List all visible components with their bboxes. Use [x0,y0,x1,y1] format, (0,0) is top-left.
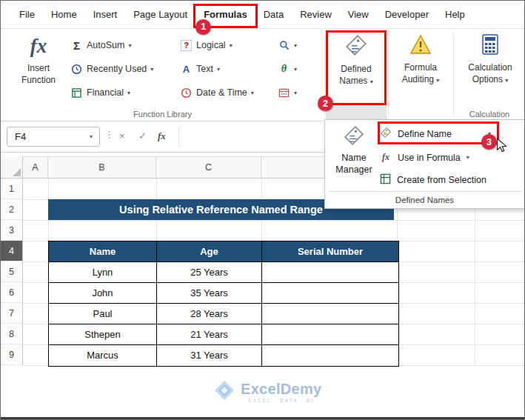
lookup-reference-button[interactable]: ▾ [278,36,297,54]
chevron-down-icon[interactable]: ▾ [83,133,99,140]
ribbon-formulas: fx Insert Function Σ AutoSum ▾ Recently … [1,29,524,121]
cell-name[interactable]: Paul [49,304,157,324]
menu-item-define-name[interactable]: Define Name ▾ [380,124,498,144]
calculation-options-button[interactable]: Calculation Options ▾ [457,33,524,87]
drag-dots-icon: ⋮ [104,129,114,140]
more-functions-button[interactable]: ▾ [278,84,297,101]
chevron-down-icon: ▾ [150,66,153,73]
group-separator [388,33,389,116]
enter-check-icon[interactable]: ✓ [138,130,147,141]
cancel-icon[interactable]: × [119,130,125,141]
defined-names-label-2: Names ▾ [339,75,372,88]
tab-data[interactable]: Data [255,1,292,28]
chevron-down-icon: ▾ [217,66,220,73]
defined-names-button[interactable]: Defined Names ▾ [327,33,385,88]
cell-age[interactable]: 21 Years [157,324,262,345]
define-name-label: Define Name [398,129,452,139]
autosum-button[interactable]: Σ AutoSum ▾ [70,36,131,54]
table-header-age[interactable]: Age [157,241,262,262]
insert-function-button[interactable]: fx Insert Function [10,33,67,86]
cell-name[interactable]: John [49,283,157,304]
name-box[interactable]: F4 ▾ [7,127,100,147]
name-box-value: F4 [7,131,83,142]
menu-item-use-in-formula[interactable]: fx Use in Formula ▾ [380,147,469,167]
cell-serial[interactable] [262,262,398,283]
tab-insert[interactable]: Insert [85,1,126,28]
autosum-label: AutoSum [87,40,124,50]
tab-review[interactable]: Review [292,1,340,28]
tab-home[interactable]: Home [43,1,85,28]
chevron-down-icon: ▾ [467,154,469,161]
mouse-cursor-icon [496,138,507,156]
cell-serial[interactable] [262,283,398,304]
chevron-down-icon: ▾ [370,79,373,85]
recently-used-label: Recently Used [87,64,147,74]
calculation-group-label: Calculation [453,110,525,119]
column-header-a[interactable]: A [23,157,48,179]
tab-developer[interactable]: Developer [377,1,437,28]
column-header-b[interactable]: B [48,157,156,179]
cell-name[interactable]: Lynn [49,262,157,283]
group-separator [453,33,454,116]
row-header-4-selected[interactable]: 4 [1,241,23,261]
cell-age[interactable]: 35 Years [157,283,262,304]
chevron-down-icon: ▾ [436,77,439,84]
row-header-2[interactable]: 2 [1,199,23,220]
more-functions-icon [278,87,290,99]
chevron-down-icon: ▾ [294,90,297,96]
tag-icon [344,33,368,59]
calculator-icon [481,33,500,58]
financial-label: Financial [87,87,124,98]
tab-file[interactable]: File [11,1,43,28]
math-trig-button[interactable]: θ ▾ [278,60,297,78]
table-header-serial[interactable]: Serial Number [262,241,398,262]
chevron-down-icon: ▾ [127,90,130,96]
menu-item-create-from-selection[interactable]: Create from Selection [380,170,486,190]
use-in-formula-label: Use in Formula [398,153,461,163]
excel-window: File Home Insert Page Layout Formulas 1 … [0,0,525,420]
chevron-down-icon: ▾ [294,42,297,49]
logical-button[interactable]: ? Logical ▾ [180,36,233,54]
watermark-tagline: EXCEL · DATA · BI [241,398,321,403]
row-header-9[interactable]: 9 [1,344,23,365]
warning-triangle-icon [409,33,432,58]
theta-icon: θ [278,63,290,75]
insert-function-icon: fx [30,33,47,59]
cell-name[interactable]: Sthepen [49,324,157,345]
tab-help[interactable]: Help [437,1,473,28]
date-time-button[interactable]: Date & Time ▾ [180,84,254,101]
row-header-3[interactable]: 3 [1,220,23,241]
insert-function-fx-icon[interactable]: fx [158,130,166,142]
text-button[interactable]: A Text ▾ [180,60,220,78]
row-header-1[interactable]: 1 [1,179,23,199]
cell-serial[interactable] [262,304,398,324]
financial-button[interactable]: Financial ▾ [70,84,130,101]
cell-age[interactable]: 28 Years [157,304,262,324]
column-header-c[interactable]: C [156,157,261,179]
row-header-5[interactable]: 5 [1,261,23,282]
autosum-icon: Σ [70,39,83,52]
tab-view[interactable]: View [340,1,377,28]
cell-age[interactable]: 25 Years [157,262,262,283]
calculation-options-label-2: Options ▾ [472,73,509,87]
cell-serial[interactable] [262,324,398,345]
row-header-6[interactable]: 6 [1,282,23,303]
tab-formulas[interactable]: Formulas 1 [195,1,255,28]
chevron-down-icon: ▾ [128,42,131,49]
exceldemy-logo-icon [213,379,235,404]
cell-name[interactable]: Marcus [49,345,157,366]
recently-used-button[interactable]: Recently Used ▾ [70,60,153,78]
cell-age[interactable]: 31 Years [157,345,262,366]
text-label: Text [196,64,213,74]
calculation-options-label-1: Calculation [468,61,512,73]
formula-auditing-button[interactable]: Formula Auditing ▾ [391,33,450,87]
watermark-brand: ExcelDemy [241,381,321,396]
tab-page-layout[interactable]: Page Layout [125,1,195,28]
name-manager-button[interactable]: Name Manager [330,124,378,191]
row-header-8[interactable]: 8 [1,324,23,344]
table-header-name[interactable]: Name [49,241,157,262]
cell-serial[interactable] [262,345,398,366]
defined-names-label-1: Defined [341,63,371,75]
select-all-corner[interactable] [1,156,23,179]
row-header-7[interactable]: 7 [1,303,23,324]
